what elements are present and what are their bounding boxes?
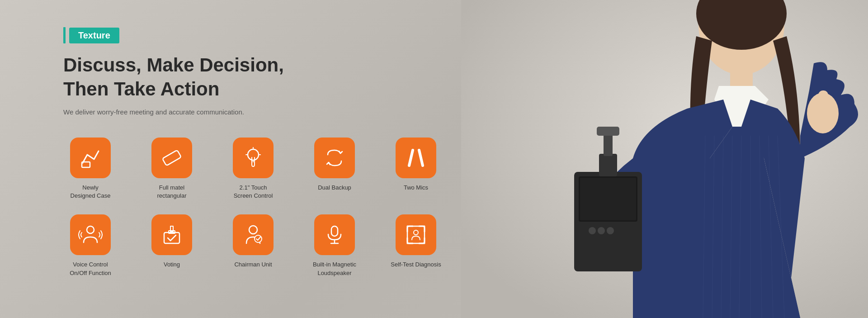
- newly-designed-case-icon-box: [70, 138, 111, 178]
- full-matel-icon-box: [151, 138, 192, 178]
- feature-newly-designed-case: NewlyDesigned Case: [63, 138, 118, 200]
- self-test-icon-box: [396, 214, 436, 255]
- voting-label: Voting: [164, 261, 180, 269]
- svg-rect-17: [599, 154, 617, 176]
- texture-accent-bar: [63, 27, 66, 43]
- touch-screen-label: 2.1" TouchScreen Control: [234, 184, 273, 200]
- selftest-icon: [404, 223, 428, 247]
- feature-dual-backup: Dual Backup: [307, 138, 362, 192]
- left-content: Texture Discuss, Make Decision, Then Tak…: [63, 27, 470, 277]
- main-title-line2: Then Take Action: [63, 78, 219, 100]
- svg-point-33: [87, 226, 94, 233]
- texture-label: Texture: [69, 28, 119, 43]
- svg-rect-20: [580, 178, 636, 220]
- two-mics-label: Two Mics: [404, 184, 428, 192]
- texture-section: Texture: [63, 27, 470, 43]
- voice-control-label: Voice ControlOn/Off Function: [70, 261, 111, 277]
- chairman-unit-icon-box: [233, 214, 274, 255]
- feature-self-test: Self-Test Diagnosis: [389, 214, 443, 269]
- newly-designed-case-label: NewlyDesigned Case: [71, 184, 111, 200]
- self-test-label: Self-Test Diagnosis: [391, 261, 441, 269]
- main-title: Discuss, Make Decision, Then Take Action: [63, 53, 470, 101]
- subtitle: We deliver worry-free meeting and accura…: [63, 108, 470, 116]
- dual-backup-label: Dual Backup: [318, 184, 351, 192]
- voting-icon-box: [151, 214, 192, 255]
- magnetic-speaker-label: Built-in MagneticLoudspeaker: [313, 261, 356, 277]
- voting-icon: [160, 223, 184, 247]
- chairman-icon: [241, 223, 265, 247]
- svg-point-26: [248, 149, 259, 160]
- svg-point-22: [598, 227, 605, 234]
- features-row-2: Voice ControlOn/Off Function: [63, 214, 470, 277]
- feature-full-matel: Full matelrectangular: [145, 138, 199, 200]
- backup-icon: [322, 146, 347, 170]
- features-grid: NewlyDesigned Case Full matelrectangular: [63, 138, 470, 277]
- background-image: [461, 0, 868, 318]
- speaker-icon: [322, 223, 347, 247]
- touch-icon: [241, 146, 265, 170]
- svg-rect-25: [162, 150, 181, 166]
- feature-magnetic-speaker: Built-in MagneticLoudspeaker: [307, 214, 362, 277]
- feature-voting: Voting: [145, 214, 199, 269]
- svg-point-36: [249, 226, 257, 234]
- svg-line-32: [419, 150, 423, 166]
- feature-chairman-unit: Chairman Unit: [226, 214, 280, 269]
- person-illustration: [461, 0, 868, 318]
- main-title-line1: Discuss, Make Decision,: [63, 54, 284, 76]
- mics-icon: [404, 146, 428, 170]
- chairman-unit-label: Chairman Unit: [234, 261, 272, 269]
- full-matel-label: Full matelrectangular: [157, 184, 186, 200]
- svg-point-37: [255, 235, 262, 242]
- svg-rect-38: [331, 226, 338, 236]
- svg-point-21: [589, 227, 596, 234]
- svg-rect-34: [164, 233, 179, 243]
- feature-voice-control: Voice ControlOn/Off Function: [63, 214, 118, 277]
- dual-backup-icon-box: [314, 138, 355, 178]
- svg-rect-19: [597, 127, 619, 136]
- svg-line-31: [409, 150, 413, 166]
- svg-point-23: [607, 227, 614, 234]
- two-mics-icon-box: [396, 138, 436, 178]
- features-row-1: NewlyDesigned Case Full matelrectangular: [63, 138, 470, 200]
- page-wrapper: Texture Discuss, Make Decision, Then Tak…: [0, 0, 868, 318]
- touch-screen-icon-box: [233, 138, 274, 178]
- svg-point-42: [414, 230, 418, 235]
- matel-icon: [160, 146, 184, 170]
- case-icon: [78, 146, 103, 170]
- feature-two-mics: Two Mics: [389, 138, 443, 192]
- magnetic-speaker-icon-box: [314, 214, 355, 255]
- svg-rect-14: [818, 90, 828, 113]
- voice-control-icon-box: [70, 214, 111, 255]
- voice-icon: [78, 223, 103, 247]
- feature-touch-screen: 2.1" TouchScreen Control: [226, 138, 280, 200]
